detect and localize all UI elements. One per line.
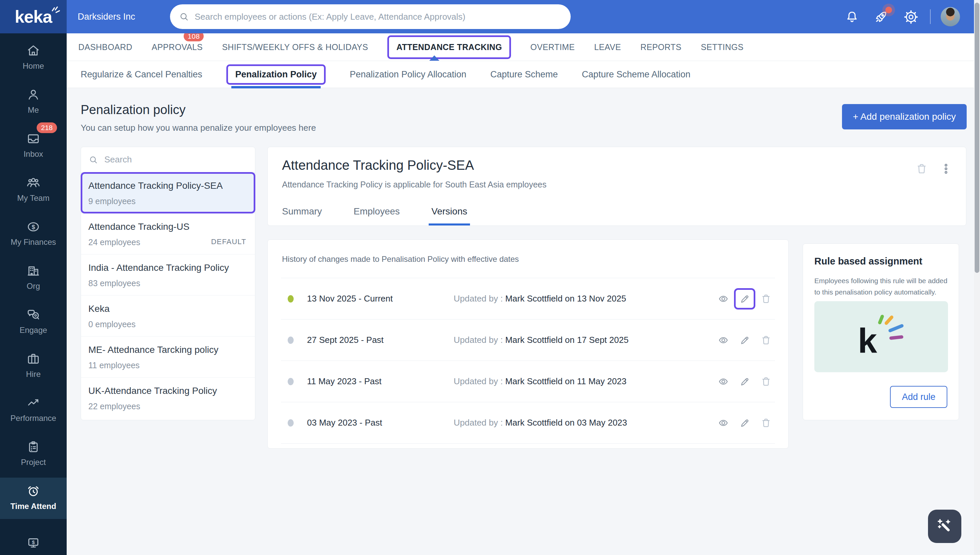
scrollbar-thumb[interactable] [975, 3, 979, 273]
past-version-dot [288, 378, 294, 385]
version-date: 13 Nov 2025 - Current [307, 294, 454, 304]
sidebar-item-my-finances[interactable]: $ My Finances [0, 213, 67, 255]
add-rule-button[interactable]: Add rule [890, 386, 947, 408]
policy-item-keka[interactable]: Keka 0 employees [81, 295, 255, 337]
policy-item-attendance-tracking-policy-sea[interactable]: Attendance Tracking Policy-SEA 9 employe… [81, 172, 255, 213]
subtab-regularize-cancel-penalties[interactable]: Regularize & Cancel Penalties [81, 69, 202, 80]
delete-policy-icon[interactable] [915, 162, 928, 175]
past-version-dot [288, 337, 294, 344]
tab-overtime[interactable]: OVERTIME [530, 42, 575, 52]
tab-attendance-tracking[interactable]: ATTENDANCE TRACKING [387, 35, 511, 59]
sidebar-item-performance[interactable]: Performance [0, 390, 67, 431]
policy-item-attendance-tracking-us[interactable]: Attendance Tracking-US 24 employeesDEFAU… [81, 213, 255, 255]
performance-icon [26, 396, 41, 410]
sidebar-item-me[interactable]: Me [0, 82, 67, 123]
detail-tabs: Summary Employees Versions [282, 197, 467, 226]
policy-item-me-attendance-tracking-policy[interactable]: ME- Attednance Tarcking policy 11 employ… [81, 337, 255, 377]
delete-version-icon[interactable] [760, 417, 772, 428]
tab-summary[interactable]: Summary [282, 197, 322, 226]
rule-based-assignment-panel: Rule based assignment Employees followin… [803, 244, 959, 420]
sidebar-item-label: My Finances [11, 237, 56, 247]
subtab-penalization-policy-allocation[interactable]: Penalization Policy Allocation [350, 69, 466, 80]
policy-search [81, 147, 255, 172]
view-version-icon[interactable] [718, 376, 729, 387]
versions-panel: History of changes made to Penalisation … [267, 239, 789, 449]
version-updated-by: Updated by : Mark Scottfield on 17 Sept … [454, 335, 718, 345]
versions-heading: History of changes made to Penalisation … [282, 255, 519, 264]
delete-version-icon[interactable] [760, 293, 772, 305]
tab-shifts-weekly-offs-holidays[interactable]: SHIFTS/WEEKLY OFFS & HOLIDAYS [222, 42, 368, 52]
version-updated-by: Updated by : Mark Scottfield on 13 Nov 2… [454, 294, 718, 304]
edit-version-icon[interactable] [739, 293, 750, 305]
edit-version-icon[interactable] [739, 335, 750, 346]
version-updated-by: Updated by : Mark Scottfield on 03 May 2… [454, 418, 718, 428]
policy-item-india-attendance-tracking-policy[interactable]: India - Attendance Tracking Policy 83 em… [81, 255, 255, 295]
version-row: 27 Sept 2025 - Past Updated by : Mark Sc… [281, 319, 775, 361]
sidebar-item-payroll-partial[interactable]: $ [0, 530, 67, 555]
global-search-input[interactable] [195, 12, 562, 22]
current-version-dot [288, 295, 294, 303]
global-search [170, 4, 571, 29]
project-icon [26, 440, 41, 454]
sidebar-item-inbox[interactable]: 218 Inbox [0, 125, 67, 167]
sidebar-item-my-team[interactable]: My Team [0, 169, 67, 211]
sidebar-item-label: Hire [26, 370, 41, 379]
policy-search-input[interactable] [104, 154, 248, 165]
delete-version-icon[interactable] [760, 376, 772, 387]
search-icon [179, 11, 189, 22]
person-icon [26, 87, 41, 102]
sidebar-item-hire[interactable]: Hire [0, 345, 67, 387]
more-options-kebab-icon[interactable] [940, 162, 952, 176]
subtab-penalization-policy[interactable]: Penalization Policy [226, 64, 326, 85]
main-nav: DASHBOARD APPROVALS108 SHIFTS/WEEKLY OFF… [67, 34, 980, 61]
sidebar-item-label: My Team [18, 194, 50, 203]
keka-logo[interactable]: keka [0, 0, 67, 34]
sidebar-item-home[interactable]: Home [0, 37, 67, 79]
policy-employee-count: 0 employees [88, 319, 136, 329]
rule-panel-title: Rule based assignment [814, 256, 922, 267]
keka-logo-text: keka [15, 7, 52, 27]
sidebar-item-org[interactable]: Org [0, 258, 67, 299]
team-icon [26, 175, 41, 190]
tab-settings[interactable]: SETTINGS [701, 42, 743, 52]
delete-version-icon[interactable] [760, 335, 772, 346]
notification-dot [885, 7, 892, 13]
view-version-icon[interactable] [718, 293, 729, 305]
search-icon [88, 155, 98, 165]
add-penalization-policy-button[interactable]: + Add penalization policy [842, 104, 967, 130]
user-avatar[interactable] [941, 7, 960, 26]
subtab-capture-scheme-allocation[interactable]: Capture Scheme Allocation [582, 69, 691, 80]
tab-versions[interactable]: Versions [431, 197, 467, 226]
view-version-icon[interactable] [718, 335, 729, 346]
policy-employee-count: 83 employees [88, 279, 140, 288]
sidebar-item-time-attend[interactable]: Time Attend [0, 478, 67, 519]
policy-name: UK-Attendance Tracking Policy [88, 386, 248, 396]
home-icon [26, 43, 41, 58]
policy-detail-header: Attendance Tracking Policy-SEA Attendanc… [267, 147, 966, 226]
tab-dashboard[interactable]: DASHBOARD [78, 42, 132, 52]
annotation-box [81, 172, 255, 213]
topbar-divider [930, 9, 930, 24]
assistant-fab[interactable] [928, 510, 961, 543]
subtab-capture-scheme[interactable]: Capture Scheme [490, 69, 558, 80]
view-version-icon[interactable] [718, 417, 729, 428]
tab-approvals[interactable]: APPROVALS108 [152, 42, 203, 52]
sidebar-item-engage[interactable]: Engage [0, 302, 67, 343]
spark-green [877, 314, 884, 325]
scrollbar-track[interactable] [974, 0, 980, 555]
settings-gear-icon[interactable] [903, 9, 919, 25]
sub-nav: Regularize & Cancel Penalties Penalizati… [67, 61, 980, 88]
policy-item-uk-attendance-tracking-policy[interactable]: UK-Attendance Tracking Policy 22 employe… [81, 377, 255, 419]
tab-reports[interactable]: REPORTS [640, 42, 681, 52]
version-row: 03 May 2023 - Past Updated by : Mark Sco… [281, 402, 775, 444]
tab-leave[interactable]: LEAVE [594, 42, 621, 52]
edit-version-icon[interactable] [739, 376, 750, 387]
edit-version-icon[interactable] [739, 417, 750, 428]
tab-employees[interactable]: Employees [354, 197, 400, 226]
whats-new-rocket[interactable] [873, 9, 889, 25]
inbox-icon [26, 132, 41, 146]
notifications-bell-icon[interactable] [844, 9, 860, 25]
versions-list: 13 Nov 2025 - Current Updated by : Mark … [281, 278, 775, 444]
sidebar-item-project[interactable]: Project [0, 434, 67, 475]
time-attend-icon [26, 484, 41, 498]
